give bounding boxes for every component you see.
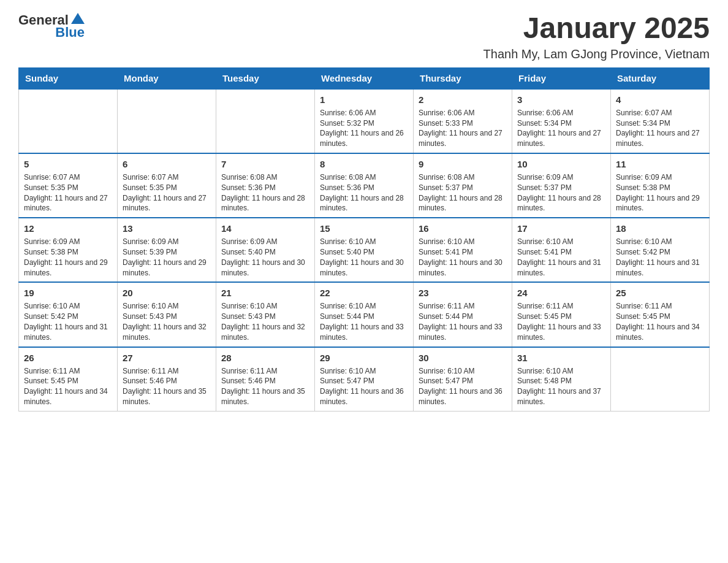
day-number: 30 — [419, 351, 507, 364]
calendar-header-saturday: Saturday — [611, 67, 710, 89]
calendar-cell: 26Sunrise: 6:11 AM Sunset: 5:45 PM Dayli… — [19, 347, 118, 412]
week-row-2: 5Sunrise: 6:07 AM Sunset: 5:35 PM Daylig… — [19, 153, 710, 218]
calendar-cell — [216, 89, 315, 153]
calendar-cell: 17Sunrise: 6:10 AM Sunset: 5:41 PM Dayli… — [512, 218, 611, 282]
day-number: 10 — [517, 158, 605, 170]
day-number: 12 — [24, 222, 112, 235]
day-info: Sunrise: 6:06 AM Sunset: 5:34 PM Dayligh… — [517, 108, 605, 149]
day-number: 21 — [221, 286, 309, 299]
calendar-cell: 21Sunrise: 6:10 AM Sunset: 5:43 PM Dayli… — [216, 282, 315, 347]
day-number: 1 — [320, 93, 408, 106]
calendar-cell: 20Sunrise: 6:10 AM Sunset: 5:43 PM Dayli… — [118, 282, 216, 347]
day-info: Sunrise: 6:11 AM Sunset: 5:45 PM Dayligh… — [616, 301, 704, 342]
day-info: Sunrise: 6:06 AM Sunset: 5:32 PM Dayligh… — [320, 108, 408, 149]
day-info: Sunrise: 6:09 AM Sunset: 5:39 PM Dayligh… — [123, 237, 211, 278]
day-info: Sunrise: 6:10 AM Sunset: 5:41 PM Dayligh… — [517, 237, 605, 278]
calendar-cell: 14Sunrise: 6:09 AM Sunset: 5:40 PM Dayli… — [216, 218, 315, 282]
day-number: 20 — [123, 286, 211, 299]
day-info: Sunrise: 6:09 AM Sunset: 5:38 PM Dayligh… — [616, 172, 704, 213]
day-number: 22 — [320, 286, 408, 299]
day-number: 19 — [24, 286, 112, 299]
day-number: 17 — [517, 222, 605, 235]
day-number: 15 — [320, 222, 408, 235]
logo: General Blue — [18, 12, 85, 40]
day-number: 16 — [419, 222, 507, 235]
day-info: Sunrise: 6:10 AM Sunset: 5:42 PM Dayligh… — [616, 237, 704, 278]
calendar-cell: 4Sunrise: 6:07 AM Sunset: 5:34 PM Daylig… — [611, 89, 710, 153]
calendar-cell: 30Sunrise: 6:10 AM Sunset: 5:47 PM Dayli… — [414, 347, 512, 412]
week-row-5: 26Sunrise: 6:11 AM Sunset: 5:45 PM Dayli… — [19, 347, 710, 412]
day-info: Sunrise: 6:09 AM Sunset: 5:40 PM Dayligh… — [221, 237, 309, 278]
day-info: Sunrise: 6:08 AM Sunset: 5:37 PM Dayligh… — [419, 172, 507, 213]
calendar-cell: 28Sunrise: 6:11 AM Sunset: 5:46 PM Dayli… — [216, 347, 315, 412]
day-info: Sunrise: 6:10 AM Sunset: 5:42 PM Dayligh… — [24, 301, 112, 342]
day-number: 7 — [221, 158, 309, 170]
day-number: 25 — [616, 286, 704, 299]
day-info: Sunrise: 6:11 AM Sunset: 5:45 PM Dayligh… — [24, 366, 112, 407]
calendar-cell: 3Sunrise: 6:06 AM Sunset: 5:34 PM Daylig… — [512, 89, 611, 153]
calendar-cell: 1Sunrise: 6:06 AM Sunset: 5:32 PM Daylig… — [315, 89, 414, 153]
day-number: 9 — [419, 158, 507, 170]
day-info: Sunrise: 6:11 AM Sunset: 5:46 PM Dayligh… — [221, 366, 309, 407]
calendar-header-friday: Friday — [512, 67, 611, 89]
day-info: Sunrise: 6:10 AM Sunset: 5:48 PM Dayligh… — [517, 366, 605, 407]
calendar-header-tuesday: Tuesday — [216, 67, 315, 89]
day-number: 27 — [123, 351, 211, 364]
subtitle: Thanh My, Lam GJong Province, Vietnam — [483, 47, 710, 61]
day-number: 24 — [517, 286, 605, 299]
calendar-cell: 19Sunrise: 6:10 AM Sunset: 5:42 PM Dayli… — [19, 282, 118, 347]
day-info: Sunrise: 6:11 AM Sunset: 5:46 PM Dayligh… — [123, 366, 211, 407]
calendar-cell: 31Sunrise: 6:10 AM Sunset: 5:48 PM Dayli… — [512, 347, 611, 412]
day-number: 2 — [419, 93, 507, 106]
logo-triangle-icon — [71, 12, 85, 25]
day-info: Sunrise: 6:10 AM Sunset: 5:43 PM Dayligh… — [221, 301, 309, 342]
day-info: Sunrise: 6:11 AM Sunset: 5:44 PM Dayligh… — [419, 301, 507, 342]
calendar-header-row: SundayMondayTuesdayWednesdayThursdayFrid… — [19, 67, 710, 89]
week-row-1: 1Sunrise: 6:06 AM Sunset: 5:32 PM Daylig… — [19, 89, 710, 153]
calendar-cell: 11Sunrise: 6:09 AM Sunset: 5:38 PM Dayli… — [611, 153, 710, 218]
calendar-cell: 8Sunrise: 6:08 AM Sunset: 5:36 PM Daylig… — [315, 153, 414, 218]
calendar-header-thursday: Thursday — [414, 67, 512, 89]
day-number: 31 — [517, 351, 605, 364]
day-number: 23 — [419, 286, 507, 299]
day-number: 29 — [320, 351, 408, 364]
day-info: Sunrise: 6:10 AM Sunset: 5:47 PM Dayligh… — [320, 366, 408, 407]
day-info: Sunrise: 6:08 AM Sunset: 5:36 PM Dayligh… — [221, 172, 309, 213]
calendar-cell: 5Sunrise: 6:07 AM Sunset: 5:35 PM Daylig… — [19, 153, 118, 218]
calendar-cell: 23Sunrise: 6:11 AM Sunset: 5:44 PM Dayli… — [414, 282, 512, 347]
day-number: 28 — [221, 351, 309, 364]
day-info: Sunrise: 6:10 AM Sunset: 5:43 PM Dayligh… — [123, 301, 211, 342]
calendar-cell: 6Sunrise: 6:07 AM Sunset: 5:35 PM Daylig… — [118, 153, 216, 218]
calendar-cell: 22Sunrise: 6:10 AM Sunset: 5:44 PM Dayli… — [315, 282, 414, 347]
calendar-cell: 18Sunrise: 6:10 AM Sunset: 5:42 PM Dayli… — [611, 218, 710, 282]
day-number: 4 — [616, 93, 704, 106]
calendar-cell: 24Sunrise: 6:11 AM Sunset: 5:45 PM Dayli… — [512, 282, 611, 347]
week-row-3: 12Sunrise: 6:09 AM Sunset: 5:38 PM Dayli… — [19, 218, 710, 282]
calendar-cell — [611, 347, 710, 412]
main-title: January 2025 — [483, 12, 710, 45]
day-info: Sunrise: 6:06 AM Sunset: 5:33 PM Dayligh… — [419, 108, 507, 149]
day-info: Sunrise: 6:07 AM Sunset: 5:34 PM Dayligh… — [616, 108, 704, 149]
day-number: 3 — [517, 93, 605, 106]
calendar-cell: 25Sunrise: 6:11 AM Sunset: 5:45 PM Dayli… — [611, 282, 710, 347]
calendar-cell: 10Sunrise: 6:09 AM Sunset: 5:37 PM Dayli… — [512, 153, 611, 218]
day-number: 8 — [320, 158, 408, 170]
day-number: 5 — [24, 158, 112, 170]
day-info: Sunrise: 6:10 AM Sunset: 5:47 PM Dayligh… — [419, 366, 507, 407]
calendar-cell: 2Sunrise: 6:06 AM Sunset: 5:33 PM Daylig… — [414, 89, 512, 153]
svg-marker-0 — [71, 13, 85, 24]
calendar-header-wednesday: Wednesday — [315, 67, 414, 89]
day-info: Sunrise: 6:07 AM Sunset: 5:35 PM Dayligh… — [24, 172, 112, 213]
day-info: Sunrise: 6:08 AM Sunset: 5:36 PM Dayligh… — [320, 172, 408, 213]
calendar-header-sunday: Sunday — [19, 67, 118, 89]
day-info: Sunrise: 6:10 AM Sunset: 5:44 PM Dayligh… — [320, 301, 408, 342]
calendar-cell: 15Sunrise: 6:10 AM Sunset: 5:40 PM Dayli… — [315, 218, 414, 282]
day-info: Sunrise: 6:10 AM Sunset: 5:41 PM Dayligh… — [419, 237, 507, 278]
day-info: Sunrise: 6:09 AM Sunset: 5:37 PM Dayligh… — [517, 172, 605, 213]
day-number: 18 — [616, 222, 704, 235]
calendar-header-monday: Monday — [118, 67, 216, 89]
week-row-4: 19Sunrise: 6:10 AM Sunset: 5:42 PM Dayli… — [19, 282, 710, 347]
day-number: 26 — [24, 351, 112, 364]
calendar-cell: 12Sunrise: 6:09 AM Sunset: 5:38 PM Dayli… — [19, 218, 118, 282]
day-number: 13 — [123, 222, 211, 235]
